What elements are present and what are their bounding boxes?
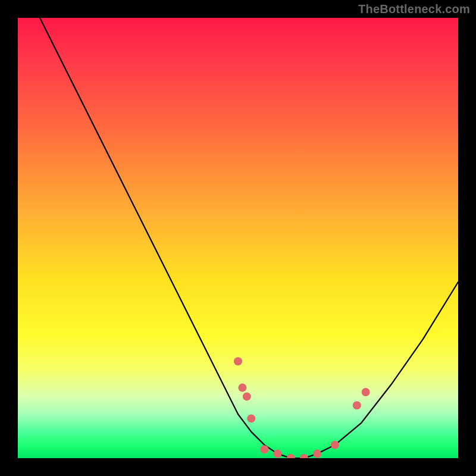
- curve-marker: [331, 441, 339, 449]
- curve-marker: [243, 392, 251, 400]
- curve-marker: [287, 454, 295, 458]
- frame: TheBottleneck.com: [0, 0, 476, 476]
- curve-marker: [362, 388, 370, 396]
- curve-marker: [274, 450, 282, 458]
- curve-marker: [234, 357, 242, 365]
- curve-marker: [260, 445, 268, 453]
- curve-marker: [238, 384, 246, 392]
- curve-marker: [353, 401, 361, 409]
- curve-marker: [300, 454, 308, 458]
- curve-marker: [313, 450, 321, 458]
- plot-area: [18, 18, 458, 458]
- curve-markers: [234, 357, 370, 458]
- curve-marker: [247, 414, 255, 422]
- bottleneck-curve: [18, 18, 458, 458]
- watermark-text: TheBottleneck.com: [358, 2, 470, 16]
